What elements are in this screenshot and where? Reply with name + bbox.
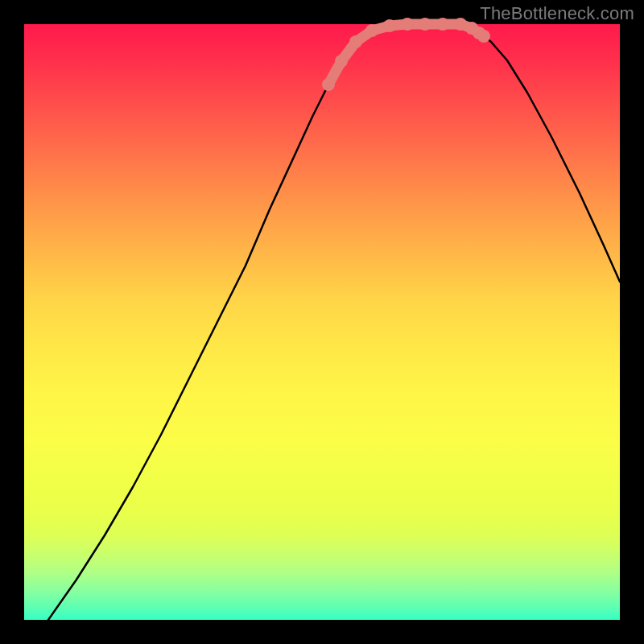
marker-dot xyxy=(436,18,449,31)
marker-dot xyxy=(349,35,362,48)
marker-dot xyxy=(477,30,490,43)
marker-dot xyxy=(419,18,431,31)
bottleneck-curve xyxy=(48,24,620,620)
marker-dot xyxy=(454,18,467,31)
chart-container: TheBottleneck.com xyxy=(0,0,644,644)
marker-dot xyxy=(322,78,335,91)
marker-dot xyxy=(365,24,378,37)
marker-dot xyxy=(383,19,396,32)
chart-svg xyxy=(0,0,644,644)
series-layer xyxy=(48,18,620,620)
marker-dot xyxy=(335,55,348,68)
marker-stroke xyxy=(328,24,484,85)
marker-dot xyxy=(401,18,414,31)
